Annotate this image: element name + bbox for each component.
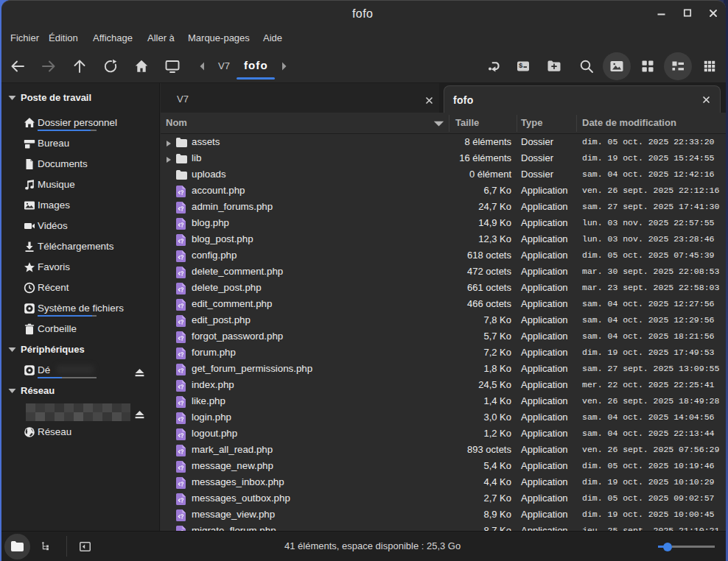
svg-text:$: $: [519, 61, 523, 69]
